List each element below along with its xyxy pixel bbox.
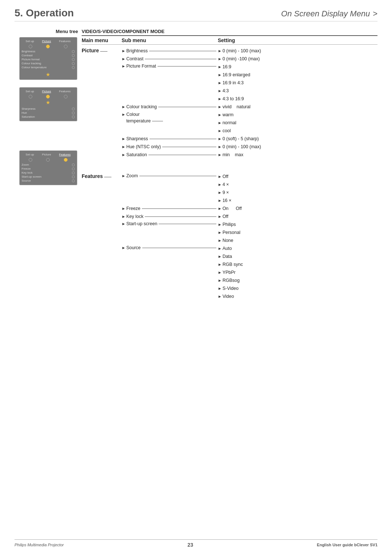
4x-arrow: ► (218, 182, 222, 187)
rgbsog-arrow: ► (218, 278, 222, 283)
header-arrow: > (373, 9, 377, 19)
9x-arrow: ► (218, 190, 222, 195)
saturation-setting-arrow: ► (218, 153, 222, 157)
features-sub-items: ► Zoom ► Off ► 4 × (122, 173, 377, 300)
ct-setting: vivid natural (222, 104, 250, 109)
rgbsync-arrow: ► (218, 262, 222, 267)
screenshot-2: Set up Picture Features ★ Sharpness (15, 87, 82, 121)
ss3-dot-1 (29, 158, 32, 162)
setting-169: ► 16:9 (218, 63, 250, 71)
footer-guide-label: User guide (332, 543, 353, 547)
video-label: Video (222, 294, 234, 299)
setting-169e-label: 16:9 enlarged (222, 72, 250, 77)
ss1-dot-pictureformat (72, 58, 75, 61)
video-arrow: ► (218, 294, 222, 299)
ss3-row-freeze: Freeze (22, 167, 75, 171)
keylock-setting-arrow: ► (218, 214, 222, 219)
ct-setting-arrow: ► (218, 105, 222, 109)
ss2-dot-2 (46, 95, 50, 98)
ss1-row-contrast: Contrast (22, 53, 75, 57)
saturation-label: Saturation (126, 152, 147, 157)
ss1-dot-brightness (72, 50, 75, 53)
picture-format-row: ► Picture Format ► 16:9 (122, 63, 377, 103)
content-area: Menu tree Set up Picture Features (15, 29, 377, 300)
ss1-dot-colourtemp (72, 66, 75, 69)
sharpness-row: ► Sharpness ► 0 (soft) - 5 (sharp) (122, 135, 377, 143)
sharpness-setting: 0 (soft) - 5 (sharp) (222, 136, 259, 141)
rgbsog-label: RGBsog (222, 278, 240, 283)
saturation-setting: min max (222, 152, 244, 157)
colourtracking-row: ► Colour tracking ► vivid natural (122, 103, 377, 111)
ss2-dot-3 (64, 95, 68, 98)
colourtracking-label: Colour tracking (126, 104, 157, 109)
ss3-dot-keylock (72, 171, 75, 174)
hue-label: Hue (NTSC only) (126, 144, 161, 149)
philips-arrow: ► (218, 222, 222, 227)
brightness-row: ► Brightness ► 0 (min) - 100 (max) (122, 47, 377, 55)
brightness-setting: 0 (min) - 100 (max) (222, 48, 261, 53)
ss1-dot-colourtracking (72, 62, 75, 65)
header-chapter-title: On Screen Display Menu > (281, 9, 377, 19)
sharpness-setting-arrow: ► (218, 137, 222, 141)
data-arrow: ► (218, 254, 222, 259)
source-hline (142, 248, 217, 248)
features-main-label: Features (82, 173, 103, 179)
mode-heading: VIDEO/S-VIDEO/COMPONENT MODE (82, 29, 164, 34)
startup-label: Start-up screen (126, 221, 157, 226)
colourtracking-arrow: ► (122, 105, 126, 109)
ss1-row-colourtracking: Colour tracking (22, 61, 75, 65)
source-label: Source (126, 245, 141, 250)
ss3-tab-features: Features (59, 153, 71, 156)
setting-16x: ► 16 × (218, 197, 232, 204)
screenshot-1: Set up Picture Features Brightness (15, 37, 82, 80)
sharpness-hline (150, 139, 216, 139)
ss3-tab-setup: Set up (26, 153, 34, 156)
picture-main-label: Picture (82, 48, 99, 53)
data-label: Data (222, 254, 232, 259)
footer-guide-info: English User guide bClever SV1 (317, 543, 377, 547)
ss3-dot-source (72, 179, 75, 182)
ss1-row-colourtemp: Colour temperature (22, 65, 75, 69)
footer-brand: Philips Multimedia Projector (15, 543, 64, 547)
footer-page-number: 23 (188, 542, 193, 548)
zoom-arrow: ► (122, 174, 126, 178)
4x-label: 4 × (222, 182, 229, 187)
ss3-dot-zoom (72, 163, 75, 166)
colourtemp-group: ► Colour temperature ► (122, 111, 377, 135)
zoom-label: Zoom (126, 173, 138, 178)
colourtracking-hline (158, 107, 216, 107)
ss3-dot-freeze (72, 167, 75, 170)
ss2-dot-hue (72, 112, 75, 114)
setting-ypbpr: ► YPbPr (218, 268, 243, 276)
pictureformat-arrow: ► (122, 64, 126, 68)
col-header-sub: Sub menu (122, 37, 218, 43)
contrast-setting: 0 (min) -100 (max) (222, 56, 260, 61)
setting-cool: ► cool (218, 127, 236, 135)
ss3-dot-3 (64, 158, 68, 162)
setting-43-label: 4:3 (222, 88, 229, 93)
ss3-row-keylock: Key lock (22, 171, 75, 175)
sharpness-label: Sharpness (126, 136, 148, 141)
setting-auto: ► Auto (218, 244, 243, 252)
setting-personal: ► Personal (218, 228, 240, 236)
setting-43to169-arrow: ► (218, 97, 222, 101)
colourtemp-hline (152, 121, 163, 121)
ss2-dot-saturation (72, 116, 75, 118)
picture-sub-items: ► Brightness ► 0 (min) - 100 (max) ► (122, 47, 377, 159)
setting-43-arrow: ► (218, 89, 222, 93)
contrast-arrow: ► (122, 57, 126, 61)
screenshots-panel: Menu tree Set up Picture Features (15, 29, 82, 300)
ss1-row-brightness: Brightness (22, 49, 75, 53)
setting-169e-arrow: ► (218, 73, 222, 77)
setting-169in43-arrow: ► (218, 81, 222, 85)
setting-169-enlarged: ► 16:9 enlarged (218, 71, 250, 79)
right-panel: VIDEO/S-VIDEO/COMPONENT MODE Main menu S… (82, 29, 377, 300)
saturation-hline (148, 155, 216, 155)
ypbpr-label: YPbPr (222, 270, 236, 275)
keylock-setting: Off (222, 214, 228, 219)
setting-off: ► Off (218, 173, 232, 181)
features-h-line (104, 177, 111, 177)
ss2-row-saturation: Saturation (22, 115, 75, 119)
setting-4x: ► 4 × (218, 181, 232, 189)
personal-arrow: ► (218, 230, 222, 235)
